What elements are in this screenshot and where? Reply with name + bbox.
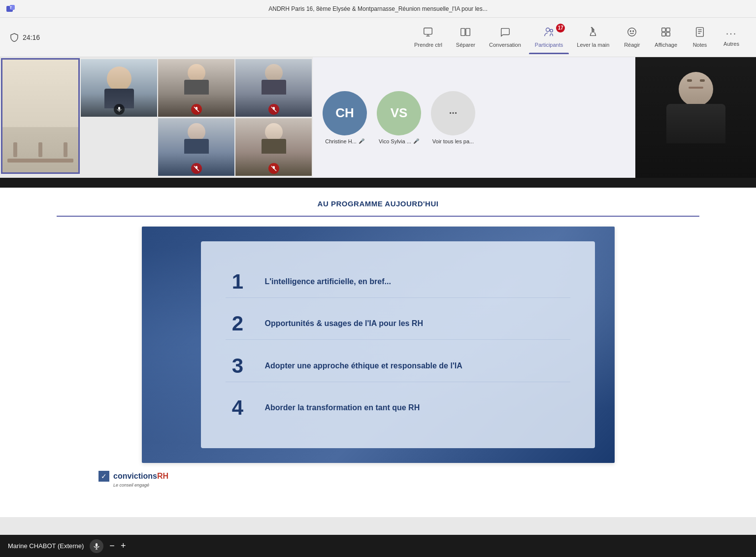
avatar-initials-vs: VS bbox=[391, 105, 408, 121]
left-video-thumbnails bbox=[0, 57, 313, 178]
avatar-vs[interactable]: VS Vico Sylvia ... 🎤 bbox=[377, 91, 421, 144]
toolbar-actions: Prendre ctrl Séparer Conversation bbox=[408, 21, 746, 54]
affichage-icon bbox=[660, 27, 671, 40]
minimize-button[interactable]: − bbox=[109, 541, 115, 551]
participants-button[interactable]: 17 Participants bbox=[529, 21, 569, 54]
avatar-name-vs: Vico Sylvia ... 🎤 bbox=[379, 138, 419, 144]
right-video-person bbox=[635, 57, 756, 178]
agenda-text-2: Opportunités & usages de l'IA pour les R… bbox=[265, 319, 423, 328]
teams-logo-icon: T bbox=[6, 3, 17, 14]
lever-main-button[interactable]: Lever la main bbox=[571, 21, 615, 54]
window-title: ANDRH Paris 16, 8ème Elysée & Montparnas… bbox=[268, 5, 488, 12]
prendre-ctrl-label: Prendre ctrl bbox=[414, 42, 442, 48]
svg-point-10 bbox=[628, 28, 636, 36]
affichage-button[interactable]: Affichage bbox=[649, 21, 683, 54]
convictions-subtitle: Le conseil engagé bbox=[113, 483, 149, 488]
mic-overlay-1 bbox=[114, 104, 125, 115]
mic-icon bbox=[93, 543, 100, 550]
title-bar: T ANDRH Paris 16, 8ème Elysée & Montparn… bbox=[0, 0, 756, 18]
main-slide-area: AU PROGRAMME AUJOURD'HUI 1 L'intelligenc… bbox=[0, 188, 756, 517]
slide-title: AU PROGRAMME AUJOURD'HUI bbox=[318, 199, 439, 208]
slide-content-box: 1 L'intelligence artificielle, en bref..… bbox=[201, 241, 595, 448]
avatar-ch[interactable]: CH Christine H... 🎤 bbox=[323, 91, 367, 144]
bottom-bar: Marine CHABOT (Externe) − + bbox=[0, 535, 756, 557]
svg-rect-17 bbox=[696, 28, 704, 36]
notes-button[interactable]: Notes bbox=[685, 21, 715, 54]
video-thumb-grid4[interactable] bbox=[235, 118, 312, 176]
avatar-circle-more: ··· bbox=[431, 91, 475, 135]
separer-button[interactable]: Séparer bbox=[450, 21, 481, 54]
autres-label: Autres bbox=[723, 41, 739, 47]
svg-point-9 bbox=[550, 30, 553, 33]
slide-divider bbox=[57, 216, 699, 217]
grid-thumbnails bbox=[158, 58, 312, 177]
meeting-timer: 24:16 bbox=[23, 33, 40, 41]
affichage-label: Affichage bbox=[655, 42, 677, 48]
svg-rect-6 bbox=[461, 29, 465, 36]
logo-icon-group: ✓ convictionsRH bbox=[99, 471, 168, 482]
mic-button[interactable] bbox=[90, 539, 103, 553]
agenda-number-1: 1 bbox=[226, 270, 250, 294]
agenda-text-4: Aborder la transformation en tant que RH bbox=[265, 403, 420, 412]
prendre-ctrl-button[interactable]: Prendre ctrl bbox=[408, 21, 448, 54]
svg-rect-30 bbox=[273, 166, 275, 169]
agenda-item-2: 2 Opportunités & usages de l'IA pour les… bbox=[226, 308, 570, 340]
convictions-brand-text: convictionsRH bbox=[113, 472, 168, 481]
mic-overlay-3 bbox=[268, 104, 279, 115]
svg-rect-24 bbox=[196, 107, 197, 110]
time-section: 24:16 bbox=[10, 33, 40, 42]
app-icon: T bbox=[6, 3, 17, 14]
video-thumb-grid3[interactable] bbox=[158, 118, 234, 176]
participants-icon bbox=[544, 27, 555, 40]
avatar-initials-more: ··· bbox=[449, 107, 458, 119]
avatar-initials-ch: CH bbox=[335, 105, 354, 121]
avatar-section: CH Christine H... 🎤 VS Vico Sylvia ... 🎤… bbox=[313, 57, 635, 178]
avatar-circle-vs: VS bbox=[377, 91, 421, 135]
mic-icon-ch: 🎤 bbox=[359, 138, 364, 144]
prendre-ctrl-icon bbox=[423, 27, 433, 40]
video-thumb-grid2[interactable] bbox=[235, 59, 312, 117]
video-thumb-person1[interactable] bbox=[81, 59, 157, 117]
agenda-number-4: 4 bbox=[226, 396, 250, 420]
svg-point-8 bbox=[546, 28, 549, 32]
video-thumb-room[interactable] bbox=[1, 58, 80, 174]
reagir-icon bbox=[626, 27, 637, 40]
svg-rect-31 bbox=[96, 543, 98, 547]
lever-main-label: Lever la main bbox=[577, 42, 609, 48]
agenda-item-4: 4 Aborder la transformation en tant que … bbox=[226, 392, 570, 424]
svg-rect-14 bbox=[666, 28, 670, 32]
reagir-button[interactable]: Réagir bbox=[617, 21, 647, 54]
conversation-button[interactable]: Conversation bbox=[483, 21, 527, 54]
toolbar: 24:16 Prendre ctrl Séparer bbox=[0, 18, 756, 57]
agenda-text-3: Adopter une approche éthique et responsa… bbox=[265, 361, 462, 370]
video-gallery: CH Christine H... 🎤 VS Vico Sylvia ... 🎤… bbox=[0, 57, 756, 178]
avatar-name-more: Voir tous les pa... bbox=[432, 138, 474, 144]
conversation-icon bbox=[499, 27, 510, 40]
svg-rect-13 bbox=[662, 28, 665, 32]
svg-point-11 bbox=[630, 31, 631, 32]
right-video bbox=[635, 57, 756, 178]
notes-icon bbox=[694, 27, 705, 40]
video-thumb-grid1[interactable] bbox=[158, 59, 234, 117]
agenda-number-3: 3 bbox=[226, 354, 250, 378]
convictions-logo: ✓ convictionsRH Le conseil engagé bbox=[99, 471, 168, 488]
svg-rect-26 bbox=[273, 107, 275, 110]
mic-icon-vs: 🎤 bbox=[413, 138, 419, 144]
participants-badge: 17 bbox=[556, 24, 565, 33]
avatar-more[interactable]: ··· Voir tous les pa... bbox=[431, 91, 475, 144]
slide-container: 1 L'intelligence artificielle, en bref..… bbox=[142, 227, 615, 463]
svg-rect-15 bbox=[662, 33, 665, 36]
agenda-number-2: 2 bbox=[226, 312, 250, 335]
avatar-name-ch: Christine H... 🎤 bbox=[325, 138, 364, 144]
svg-rect-16 bbox=[666, 33, 670, 36]
black-separator bbox=[0, 178, 756, 188]
svg-rect-28 bbox=[196, 166, 197, 169]
conversation-label: Conversation bbox=[489, 42, 521, 48]
maximize-button[interactable]: + bbox=[121, 541, 126, 551]
autres-icon: ··· bbox=[726, 28, 737, 39]
autres-button[interactable]: ··· Autres bbox=[717, 21, 746, 54]
reagir-label: Réagir bbox=[624, 42, 640, 48]
logo-square: ✓ bbox=[99, 471, 109, 482]
lever-main-icon bbox=[588, 27, 598, 40]
svg-rect-7 bbox=[466, 29, 470, 36]
